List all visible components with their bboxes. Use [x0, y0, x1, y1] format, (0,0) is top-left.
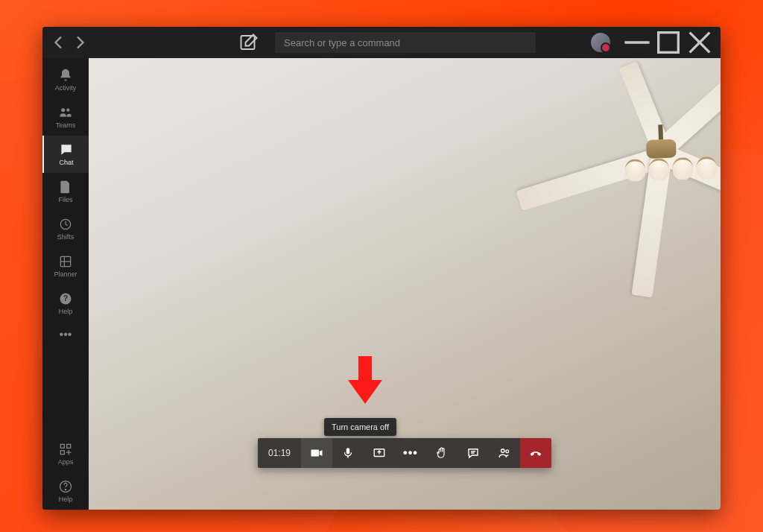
- close-button[interactable]: [685, 31, 715, 54]
- sidebar-more-button[interactable]: •••: [60, 328, 72, 341]
- bell-icon: [58, 68, 73, 83]
- svg-point-6: [66, 109, 69, 112]
- more-actions-button[interactable]: •••: [395, 438, 426, 468]
- show-chat-button[interactable]: [458, 438, 489, 468]
- hand-icon: [435, 446, 449, 460]
- call-controls-bar: 01:19 •••: [258, 438, 551, 468]
- mic-icon: [341, 446, 355, 460]
- raise-hand-button[interactable]: [426, 438, 458, 468]
- help-icon: ?: [58, 291, 73, 306]
- apps-icon: [58, 442, 73, 457]
- sidebar-item-teams[interactable]: Teams: [42, 98, 89, 136]
- mic-toggle-button[interactable]: [332, 438, 364, 468]
- svg-point-23: [506, 450, 509, 453]
- sidebar-item-label: Files: [58, 196, 72, 203]
- sidebar-item-label: Help: [59, 495, 73, 503]
- svg-rect-14: [67, 444, 71, 448]
- camera-toggle-button[interactable]: [301, 438, 332, 468]
- tooltip-text: Turn camera off: [332, 422, 389, 431]
- svg-point-17: [65, 490, 66, 490]
- svg-rect-13: [60, 444, 64, 448]
- share-icon: [373, 446, 386, 460]
- files-icon: [58, 180, 73, 194]
- chat-icon: [59, 142, 74, 157]
- call-timer: 01:19: [258, 438, 301, 468]
- planner-icon: [58, 254, 73, 269]
- teams-window: Search or type a command Activity Teams: [42, 27, 721, 510]
- nav-back-button[interactable]: [50, 34, 68, 51]
- show-participants-button[interactable]: [489, 438, 520, 468]
- video-content: Turn camera off 01:19 •••: [89, 58, 721, 510]
- shifts-icon: [58, 217, 73, 232]
- people-icon: [498, 446, 511, 460]
- annotation-arrow-icon: [348, 356, 382, 407]
- maximize-button[interactable]: [653, 31, 683, 54]
- phone-hangup-icon: [529, 446, 542, 460]
- compose-button[interactable]: [238, 31, 260, 54]
- titlebar: Search or type a command: [42, 27, 721, 58]
- sidebar-item-label: Chat: [59, 159, 73, 166]
- hangup-button[interactable]: [520, 438, 551, 468]
- search-input[interactable]: Search or type a command: [275, 32, 536, 53]
- sidebar-item-planner[interactable]: Planner: [42, 247, 89, 285]
- camera-tooltip: Turn camera off: [324, 418, 396, 436]
- svg-rect-15: [60, 451, 64, 455]
- teams-icon: [58, 105, 73, 120]
- sidebar-item-activity[interactable]: Activity: [42, 61, 89, 98]
- svg-text:?: ?: [63, 294, 68, 303]
- minimize-button[interactable]: [622, 31, 652, 54]
- share-screen-button[interactable]: [364, 438, 395, 468]
- svg-point-5: [61, 108, 65, 112]
- svg-rect-2: [659, 33, 679, 53]
- help-circle-icon: [58, 479, 73, 494]
- sidebar-item-label: Help: [59, 308, 73, 315]
- sidebar-item-shifts[interactable]: Shifts: [42, 210, 89, 247]
- sidebar-item-files[interactable]: Files: [42, 173, 89, 210]
- nav-forward-button[interactable]: [71, 34, 89, 51]
- avatar[interactable]: [591, 33, 610, 52]
- app-sidebar: Activity Teams Chat Files Shifts Planner: [42, 58, 89, 510]
- svg-rect-18: [346, 448, 350, 454]
- sidebar-item-label: Teams: [56, 121, 76, 129]
- video-icon: [310, 446, 323, 460]
- sidebar-item-help-bottom[interactable]: Help: [42, 472, 89, 510]
- chat-bubble-icon: [466, 446, 480, 460]
- sidebar-item-apps[interactable]: Apps: [42, 435, 89, 472]
- sidebar-item-help[interactable]: ? Help: [42, 285, 89, 322]
- svg-point-22: [501, 449, 505, 453]
- more-icon: •••: [403, 446, 418, 460]
- search-placeholder: Search or type a command: [284, 37, 400, 48]
- sidebar-item-chat[interactable]: Chat: [42, 136, 89, 173]
- sidebar-item-label: Activity: [55, 84, 77, 92]
- sidebar-item-label: Shifts: [57, 233, 75, 241]
- sidebar-item-label: Apps: [58, 458, 74, 466]
- sidebar-item-label: Planner: [54, 270, 77, 278]
